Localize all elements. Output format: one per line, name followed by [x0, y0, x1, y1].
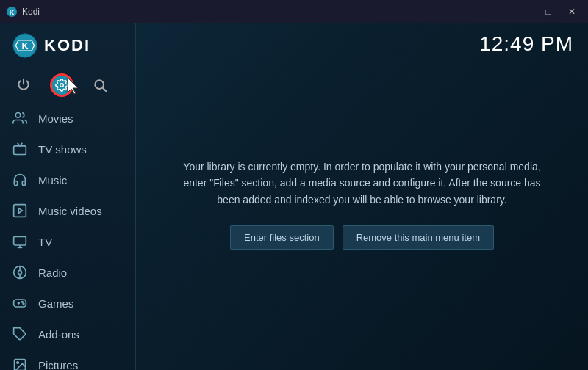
- titlebar-controls: ─ □ ✕: [514, 4, 582, 19]
- sidebar: K KODI: [0, 23, 136, 370]
- pictures-icon: [12, 357, 28, 370]
- addons-icon: [12, 326, 28, 342]
- sidebar-item-music[interactable]: Music: [0, 164, 135, 195]
- clock-display: 12:49 PM: [479, 32, 573, 56]
- tvshows-label: TV shows: [38, 143, 87, 156]
- app-container: K KODI: [0, 23, 588, 370]
- library-empty-state: Your library is currently empty. In orde…: [136, 38, 588, 370]
- svg-point-16: [18, 271, 22, 275]
- enter-files-button[interactable]: Enter files section: [230, 225, 334, 250]
- musicvideos-icon: [12, 203, 28, 219]
- library-empty-message: Your library is currently empty. In orde…: [180, 159, 544, 208]
- svg-point-5: [60, 84, 64, 87]
- movies-icon: [12, 110, 28, 126]
- sidebar-item-tvshows[interactable]: TV shows: [0, 134, 135, 164]
- radio-icon: [12, 264, 28, 280]
- sidebar-item-addons[interactable]: Add-ons: [0, 319, 135, 349]
- movies-label: Movies: [38, 112, 74, 125]
- sidebar-item-radio[interactable]: Radio: [0, 257, 135, 288]
- musicvideos-label: Music videos: [38, 205, 102, 217]
- maximize-button[interactable]: □: [538, 4, 559, 19]
- nav-items: Movies TV shows Music: [0, 103, 135, 370]
- radio-label: Radio: [38, 266, 67, 279]
- sidebar-item-games[interactable]: Games: [0, 288, 135, 319]
- kodi-logo-icon: K: [12, 32, 38, 59]
- pictures-label: Pictures: [38, 359, 78, 371]
- logo-area: K KODI: [0, 23, 135, 68]
- power-button[interactable]: [12, 73, 35, 97]
- library-action-buttons: Enter files section Remove this main men…: [230, 225, 494, 250]
- svg-line-7: [103, 88, 107, 92]
- svg-text:K: K: [21, 41, 28, 51]
- addons-label: Add-ons: [38, 328, 79, 341]
- sidebar-item-tv[interactable]: TV: [0, 226, 135, 257]
- music-icon: [12, 172, 28, 188]
- svg-rect-10: [14, 146, 26, 155]
- music-label: Music: [38, 174, 67, 186]
- kodi-titlebar-icon: K: [6, 6, 18, 18]
- titlebar-title: Kodi: [22, 7, 40, 17]
- tv-label: TV: [38, 236, 52, 248]
- sidebar-item-movies[interactable]: Movies: [0, 103, 135, 134]
- titlebar-left: K Kodi: [6, 6, 40, 18]
- svg-point-23: [23, 303, 24, 305]
- svg-marker-12: [18, 208, 22, 214]
- svg-point-22: [22, 302, 24, 303]
- settings-button[interactable]: [50, 73, 74, 97]
- tv-icon: [12, 233, 28, 250]
- remove-menu-item-button[interactable]: Remove this main menu item: [343, 225, 494, 250]
- games-label: Games: [38, 297, 74, 310]
- titlebar: K Kodi ─ □ ✕: [0, 0, 588, 23]
- svg-text:K: K: [10, 9, 15, 16]
- minimize-button[interactable]: ─: [514, 4, 535, 19]
- svg-point-26: [17, 362, 18, 364]
- svg-point-9: [15, 113, 21, 118]
- search-button[interactable]: [88, 73, 112, 97]
- sidebar-controls: [0, 70, 135, 103]
- tvshows-icon: [12, 141, 28, 157]
- main-content: 12:49 PM Your library is currently empty…: [136, 23, 588, 370]
- sidebar-item-musicvideos[interactable]: Music videos: [0, 195, 135, 226]
- svg-rect-13: [14, 236, 26, 245]
- close-button[interactable]: ✕: [562, 4, 582, 19]
- sidebar-item-pictures[interactable]: Pictures: [0, 349, 135, 370]
- games-icon: [12, 295, 28, 311]
- svg-rect-11: [14, 205, 26, 217]
- kodi-brand-text: KODI: [44, 36, 90, 55]
